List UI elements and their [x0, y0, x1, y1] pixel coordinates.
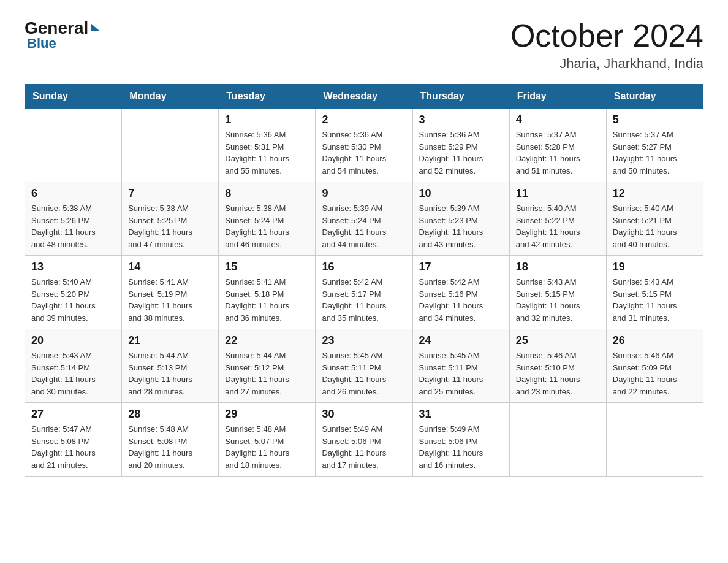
day-number: 13	[31, 261, 115, 274]
day-number: 21	[128, 334, 212, 347]
day-number: 2	[322, 113, 406, 126]
day-number: 31	[419, 408, 503, 421]
calendar-cell: 27Sunrise: 5:47 AM Sunset: 5:08 PM Dayli…	[25, 403, 122, 477]
calendar-cell: 26Sunrise: 5:46 AM Sunset: 5:09 PM Dayli…	[606, 329, 703, 403]
day-info: Sunrise: 5:36 AM Sunset: 5:29 PM Dayligh…	[419, 129, 503, 177]
calendar-cell: 3Sunrise: 5:36 AM Sunset: 5:29 PM Daylig…	[412, 109, 509, 182]
day-number: 3	[419, 113, 503, 126]
location-title: Jharia, Jharkhand, India	[510, 56, 703, 72]
calendar-cell: 4Sunrise: 5:37 AM Sunset: 5:28 PM Daylig…	[509, 109, 606, 182]
day-info: Sunrise: 5:48 AM Sunset: 5:07 PM Dayligh…	[225, 423, 309, 471]
day-info: Sunrise: 5:46 AM Sunset: 5:09 PM Dayligh…	[613, 350, 697, 397]
day-number: 5	[613, 113, 697, 126]
logo-triangle-icon	[91, 23, 99, 31]
header-tuesday: Tuesday	[219, 85, 316, 109]
day-info: Sunrise: 5:45 AM Sunset: 5:11 PM Dayligh…	[419, 350, 503, 397]
page-header: General Blue October 2024 Jharia, Jharkh…	[25, 18, 703, 72]
day-number: 28	[128, 408, 212, 421]
day-number: 27	[31, 408, 115, 421]
calendar-cell: 29Sunrise: 5:48 AM Sunset: 5:07 PM Dayli…	[219, 403, 316, 477]
calendar-cell: 23Sunrise: 5:45 AM Sunset: 5:11 PM Dayli…	[316, 329, 412, 403]
day-number: 16	[322, 261, 406, 274]
calendar-week-5: 27Sunrise: 5:47 AM Sunset: 5:08 PM Dayli…	[25, 403, 703, 477]
calendar-week-3: 13Sunrise: 5:40 AM Sunset: 5:20 PM Dayli…	[25, 256, 703, 329]
day-info: Sunrise: 5:41 AM Sunset: 5:19 PM Dayligh…	[128, 276, 212, 324]
calendar-cell: 20Sunrise: 5:43 AM Sunset: 5:14 PM Dayli…	[25, 329, 122, 403]
header-wednesday: Wednesday	[316, 85, 412, 109]
day-number: 9	[322, 187, 406, 200]
day-number: 29	[225, 408, 309, 421]
day-number: 17	[419, 261, 503, 274]
day-info: Sunrise: 5:38 AM Sunset: 5:24 PM Dayligh…	[225, 202, 309, 250]
calendar-cell: 12Sunrise: 5:40 AM Sunset: 5:21 PM Dayli…	[606, 182, 703, 256]
calendar-cell: 15Sunrise: 5:41 AM Sunset: 5:18 PM Dayli…	[219, 256, 316, 329]
calendar-cell: 30Sunrise: 5:49 AM Sunset: 5:06 PM Dayli…	[316, 403, 412, 477]
day-number: 22	[225, 334, 309, 347]
day-number: 7	[128, 187, 212, 200]
calendar-cell: 25Sunrise: 5:46 AM Sunset: 5:10 PM Dayli…	[509, 329, 606, 403]
day-number: 25	[516, 334, 600, 347]
calendar-cell: 31Sunrise: 5:49 AM Sunset: 5:06 PM Dayli…	[412, 403, 509, 477]
day-info: Sunrise: 5:45 AM Sunset: 5:11 PM Dayligh…	[322, 350, 406, 397]
day-info: Sunrise: 5:40 AM Sunset: 5:22 PM Dayligh…	[516, 202, 600, 250]
day-number: 30	[322, 408, 406, 421]
calendar-cell	[606, 403, 703, 477]
title-block: October 2024 Jharia, Jharkhand, India	[510, 18, 703, 72]
logo-blue-text: Blue	[27, 36, 56, 52]
day-info: Sunrise: 5:37 AM Sunset: 5:27 PM Dayligh…	[613, 129, 697, 177]
calendar-cell: 24Sunrise: 5:45 AM Sunset: 5:11 PM Dayli…	[412, 329, 509, 403]
day-number: 19	[613, 261, 697, 274]
calendar-cell: 14Sunrise: 5:41 AM Sunset: 5:19 PM Dayli…	[122, 256, 219, 329]
calendar-week-1: 1Sunrise: 5:36 AM Sunset: 5:31 PM Daylig…	[25, 109, 703, 182]
day-info: Sunrise: 5:36 AM Sunset: 5:30 PM Dayligh…	[322, 129, 406, 177]
day-number: 11	[516, 187, 600, 200]
calendar-cell: 22Sunrise: 5:44 AM Sunset: 5:12 PM Dayli…	[219, 329, 316, 403]
calendar-cell: 11Sunrise: 5:40 AM Sunset: 5:22 PM Dayli…	[509, 182, 606, 256]
day-number: 4	[516, 113, 600, 126]
header-thursday: Thursday	[412, 85, 509, 109]
day-number: 20	[31, 334, 115, 347]
calendar-cell	[25, 109, 122, 182]
calendar-week-2: 6Sunrise: 5:38 AM Sunset: 5:26 PM Daylig…	[25, 182, 703, 256]
calendar-cell: 8Sunrise: 5:38 AM Sunset: 5:24 PM Daylig…	[219, 182, 316, 256]
calendar-header-row: SundayMondayTuesdayWednesdayThursdayFrid…	[25, 85, 703, 109]
day-info: Sunrise: 5:39 AM Sunset: 5:24 PM Dayligh…	[322, 202, 406, 250]
calendar-cell: 13Sunrise: 5:40 AM Sunset: 5:20 PM Dayli…	[25, 256, 122, 329]
day-info: Sunrise: 5:40 AM Sunset: 5:21 PM Dayligh…	[613, 202, 697, 250]
calendar-cell: 16Sunrise: 5:42 AM Sunset: 5:17 PM Dayli…	[316, 256, 412, 329]
calendar-cell: 6Sunrise: 5:38 AM Sunset: 5:26 PM Daylig…	[25, 182, 122, 256]
calendar-cell: 21Sunrise: 5:44 AM Sunset: 5:13 PM Dayli…	[122, 329, 219, 403]
header-saturday: Saturday	[606, 85, 703, 109]
day-info: Sunrise: 5:43 AM Sunset: 5:14 PM Dayligh…	[31, 350, 115, 397]
day-info: Sunrise: 5:43 AM Sunset: 5:15 PM Dayligh…	[613, 276, 697, 324]
calendar-table: SundayMondayTuesdayWednesdayThursdayFrid…	[25, 84, 703, 477]
calendar-cell: 5Sunrise: 5:37 AM Sunset: 5:27 PM Daylig…	[606, 109, 703, 182]
day-number: 26	[613, 334, 697, 347]
day-number: 23	[322, 334, 406, 347]
day-info: Sunrise: 5:38 AM Sunset: 5:26 PM Dayligh…	[31, 202, 115, 250]
calendar-week-4: 20Sunrise: 5:43 AM Sunset: 5:14 PM Dayli…	[25, 329, 703, 403]
day-info: Sunrise: 5:46 AM Sunset: 5:10 PM Dayligh…	[516, 350, 600, 397]
day-info: Sunrise: 5:44 AM Sunset: 5:13 PM Dayligh…	[128, 350, 212, 397]
calendar-cell	[509, 403, 606, 477]
calendar-cell: 1Sunrise: 5:36 AM Sunset: 5:31 PM Daylig…	[219, 109, 316, 182]
logo: General Blue	[25, 18, 99, 52]
day-info: Sunrise: 5:47 AM Sunset: 5:08 PM Dayligh…	[31, 423, 115, 471]
day-info: Sunrise: 5:48 AM Sunset: 5:08 PM Dayligh…	[128, 423, 212, 471]
day-info: Sunrise: 5:42 AM Sunset: 5:16 PM Dayligh…	[419, 276, 503, 324]
day-number: 6	[31, 187, 115, 200]
day-number: 14	[128, 261, 212, 274]
calendar-cell: 17Sunrise: 5:42 AM Sunset: 5:16 PM Dayli…	[412, 256, 509, 329]
day-number: 12	[613, 187, 697, 200]
header-friday: Friday	[509, 85, 606, 109]
day-number: 10	[419, 187, 503, 200]
calendar-cell: 10Sunrise: 5:39 AM Sunset: 5:23 PM Dayli…	[412, 182, 509, 256]
calendar-cell: 7Sunrise: 5:38 AM Sunset: 5:25 PM Daylig…	[122, 182, 219, 256]
day-info: Sunrise: 5:49 AM Sunset: 5:06 PM Dayligh…	[419, 423, 503, 471]
day-info: Sunrise: 5:44 AM Sunset: 5:12 PM Dayligh…	[225, 350, 309, 397]
day-info: Sunrise: 5:39 AM Sunset: 5:23 PM Dayligh…	[419, 202, 503, 250]
calendar-cell	[122, 109, 219, 182]
header-sunday: Sunday	[25, 85, 122, 109]
calendar-cell: 18Sunrise: 5:43 AM Sunset: 5:15 PM Dayli…	[509, 256, 606, 329]
day-info: Sunrise: 5:37 AM Sunset: 5:28 PM Dayligh…	[516, 129, 600, 177]
